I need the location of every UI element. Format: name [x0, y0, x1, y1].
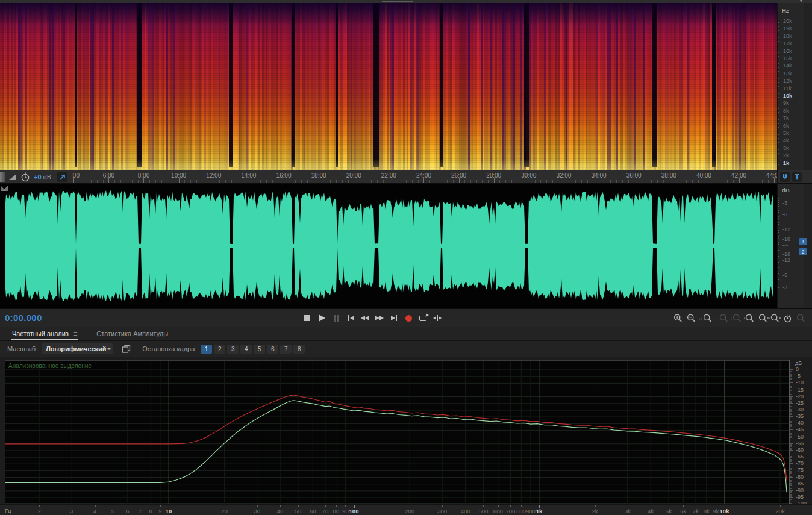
- skip-selection-button[interactable]: [433, 313, 442, 323]
- hold-button-8[interactable]: 8: [293, 345, 305, 354]
- frequency-tick: [113, 505, 113, 507]
- timeline-label: 26:00: [451, 172, 466, 179]
- pause-button[interactable]: [332, 313, 340, 323]
- frequency-tick-label: 19k: [783, 26, 792, 31]
- volume-ramp-icon[interactable]: [8, 172, 17, 181]
- frequency-tick: [313, 505, 313, 507]
- frequency-axis-label: 7: [139, 508, 142, 514]
- hold-number: 3: [227, 345, 239, 354]
- frequency-tick: [345, 505, 346, 507]
- frequency-axis-label: 9k: [713, 508, 719, 514]
- snap-button[interactable]: [780, 172, 790, 182]
- rewind-button[interactable]: [361, 313, 369, 323]
- frequency-axis-label: 2k: [592, 508, 598, 514]
- frequency-tick: [498, 505, 499, 507]
- zoom-amplitude-button[interactable]: ↕: [732, 313, 743, 323]
- restore-default-zoom-button[interactable]: [782, 313, 793, 323]
- hold-button-7[interactable]: 7: [280, 345, 292, 354]
- amplitude-scale[interactable]: dB -3-6-12-18-∞-18-12-6-3 12: [778, 184, 812, 308]
- hold-button-4[interactable]: 4: [240, 345, 252, 354]
- hold-button-6[interactable]: 6: [267, 345, 278, 354]
- frequency-axis-label: 3: [70, 508, 73, 514]
- panel-menu-icon[interactable]: ≡: [73, 330, 77, 337]
- zoom-out-time-button[interactable]: ↔: [716, 313, 729, 323]
- arrow-ne-icon: [59, 173, 66, 181]
- frequency-axis-label: 4: [93, 508, 96, 514]
- frequency-tick: [151, 505, 151, 507]
- db-tick-label: -25: [796, 401, 804, 406]
- zoom-selection-left-button[interactable]: ‹: [745, 313, 755, 323]
- timeline-label: 30:00: [521, 172, 536, 179]
- loop-playback-button[interactable]: [419, 313, 427, 323]
- tab-amplitude-statistics[interactable]: Статистика Амплитуды: [95, 328, 169, 340]
- tab-frequency-analysis[interactable]: Частотный анализ ≡: [11, 328, 78, 340]
- hold-button-1[interactable]: 1: [201, 345, 212, 354]
- stop-button[interactable]: [303, 313, 311, 323]
- waveform-canvas: [0, 184, 777, 308]
- hold-button-5[interactable]: 5: [254, 345, 265, 354]
- db-tick-label: -70: [796, 461, 804, 466]
- amplitude-tick-label: -18: [782, 252, 790, 257]
- hold-button-2[interactable]: 2: [214, 345, 225, 354]
- play-icon: [319, 314, 325, 322]
- frequency-tick: [780, 505, 781, 507]
- scale-value: Логарифмический: [46, 345, 107, 352]
- db-tick-label: -85: [796, 481, 804, 487]
- frequency-tick-label: 16k: [783, 49, 792, 54]
- zoom-full-button[interactable]: [796, 313, 806, 323]
- playhead-time[interactable]: 0:00.000: [5, 313, 42, 323]
- frequency-tick: [696, 505, 696, 507]
- waveform-view[interactable]: [0, 184, 777, 308]
- hold-button-3[interactable]: 3: [227, 345, 239, 354]
- db-tick-label: -80: [796, 475, 804, 480]
- channel-badge[interactable]: 1: [799, 238, 807, 245]
- envelope-corner-right-icon[interactable]: [0, 185, 7, 192]
- hold-number: 6: [267, 345, 278, 354]
- zoom-in-button[interactable]: [673, 313, 683, 323]
- frequency-tick-label: 6k: [783, 123, 789, 129]
- scale-dropdown[interactable]: Логарифмический: [42, 343, 113, 354]
- frequency-axis-label: 900: [526, 508, 536, 514]
- gain-unit: dB: [43, 173, 51, 181]
- db-tick-label: -10: [796, 380, 804, 385]
- frequency-plot[interactable]: Анализированное выделение: [5, 360, 789, 504]
- skip-to-start-button[interactable]: [346, 313, 355, 323]
- db-tick-label: 0: [796, 367, 799, 372]
- fast-forward-button[interactable]: [375, 313, 384, 323]
- spectrogram-view[interactable]: [0, 3, 777, 170]
- zoom-out-button[interactable]: [686, 313, 696, 323]
- frequency-tick: [510, 505, 511, 507]
- gain-readout[interactable]: +0 dB: [34, 173, 51, 181]
- frequency-scale[interactable]: Hz 20k19k18k17k16k15k14k13k12k11k10k9k8k…: [778, 3, 812, 170]
- navigator-handle[interactable]: [382, 1, 413, 2]
- marker-button[interactable]: [792, 172, 802, 182]
- record-button[interactable]: [404, 313, 413, 323]
- triangle-left-icon: [361, 316, 365, 320]
- copy-graph-button[interactable]: [122, 345, 131, 354]
- frequency-axis-label: 80: [333, 508, 339, 514]
- timeline-label: 42:00: [731, 172, 746, 179]
- loop-icon: [419, 316, 426, 321]
- frequency-tick-label: 12k: [783, 78, 792, 84]
- vertical-scrollbar-wave[interactable]: [804, 184, 812, 308]
- channel-badge[interactable]: 2: [799, 248, 807, 255]
- analysis-controls: Масштаб: Логарифмический Остановка кадра…: [0, 341, 812, 357]
- db-tick: [790, 429, 793, 430]
- splitter-handle-icon[interactable]: [0, 172, 5, 182]
- pin-button[interactable]: [57, 172, 67, 182]
- vertical-scrollbar[interactable]: [804, 3, 812, 170]
- clock-icon[interactable]: [20, 172, 30, 182]
- bar-icon: [396, 315, 397, 321]
- zoom-selection-right-button[interactable]: ›: [758, 313, 767, 323]
- timeline-label: 16:00: [276, 172, 291, 179]
- skip-to-end-button[interactable]: [390, 313, 398, 323]
- play-button[interactable]: [317, 313, 326, 323]
- timeline-label: 34:00: [592, 172, 607, 179]
- amplitude-tick-label: -∞: [782, 243, 788, 248]
- frequency-axis-label: 60: [310, 508, 316, 514]
- timeline-ruler[interactable]: 4:006:008:0010:0012:0014:0016:0018:0020:…: [0, 170, 777, 184]
- zoom-in-time-button[interactable]: ↔: [699, 313, 713, 323]
- zoom-selection-button[interactable]: ‹›: [770, 313, 779, 323]
- db-tick: [790, 390, 793, 390]
- frequency-axis-label: 1k: [536, 508, 543, 514]
